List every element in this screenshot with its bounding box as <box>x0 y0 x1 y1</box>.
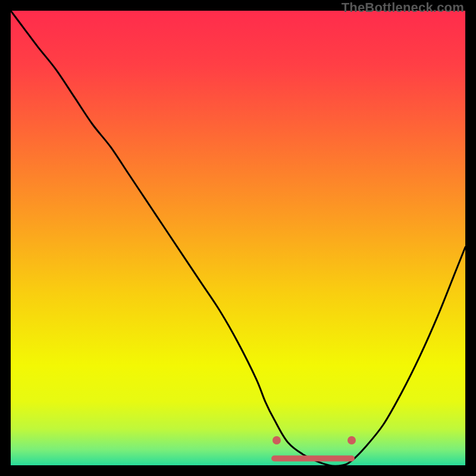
watermark-text: TheBottleneck.com <box>342 0 464 15</box>
heat-gradient <box>11 11 465 465</box>
optimal-zone-start-marker <box>273 436 281 444</box>
optimal-zone-end-marker <box>347 436 356 444</box>
chart-frame: TheBottleneck.com <box>0 0 476 476</box>
chart-svg <box>11 11 465 465</box>
plot-area <box>11 11 465 465</box>
